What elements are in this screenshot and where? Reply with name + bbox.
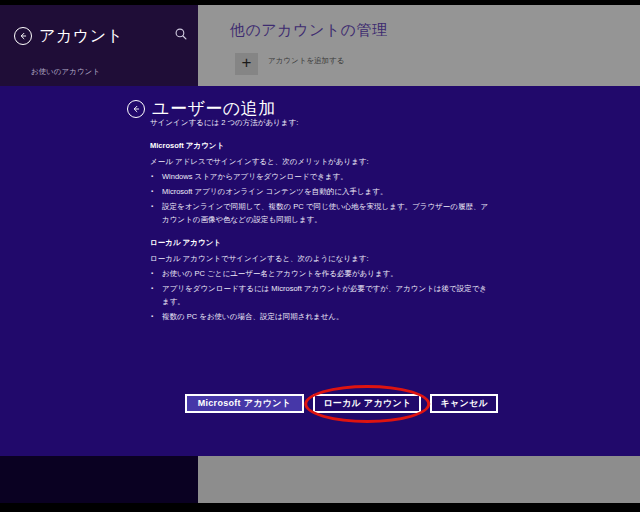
add-account-label: アカウントを追加する xyxy=(268,56,344,66)
back-icon[interactable] xyxy=(14,27,32,45)
list-item: Windows ストアからアプリをダウンロードできます。 xyxy=(150,170,490,183)
manage-accounts-content: 他のアカウントの管理 + アカウントを追加する xyxy=(198,5,640,86)
search-icon[interactable] xyxy=(174,27,188,41)
list-item: お使いの PC ごとにユーザー名とアカウントを作る必要があります。 xyxy=(150,267,490,280)
list-item: 設定をオンラインで同期して、複数の PC で同じ使い心地を実現します。ブラウザー… xyxy=(150,200,490,226)
local-account-button-wrap: ローカル アカウント xyxy=(313,394,421,413)
microsoft-account-button[interactable]: Microsoft アカウント xyxy=(185,394,305,413)
screen: アカウント お使いのアカウント 他のアカウントの管理 + アカウントを追加する xyxy=(0,0,640,512)
accounts-header: アカウント xyxy=(14,26,190,46)
section-desc: メール アドレスでサインインすると、次のメリットがあります: xyxy=(150,155,580,168)
plus-icon: + xyxy=(235,53,258,75)
local-account-button[interactable]: ローカル アカウント xyxy=(313,394,421,413)
content-title: 他のアカウントの管理 xyxy=(230,21,387,40)
section-heading-local-account: ローカル アカウント xyxy=(150,236,580,249)
section-heading-microsoft-account: Microsoft アカウント xyxy=(150,139,580,152)
dialog-body: サインインするには 2 つの方法があります: Microsoft アカウント メ… xyxy=(150,116,580,323)
dialog-button-row: Microsoft アカウント ローカル アカウント キャンセル xyxy=(185,394,498,413)
sidebar-item-your-account[interactable]: お使いのアカウント xyxy=(31,67,100,77)
add-user-dialog: ユーザーの追加 サインインするには 2 つの方法があります: Microsoft… xyxy=(0,86,640,456)
letterbox-bottom xyxy=(0,503,640,512)
local-account-bullet-list: お使いの PC ごとにユーザー名とアカウントを作る必要があります。 アプリをダウ… xyxy=(150,267,580,323)
microsoft-account-bullet-list: Windows ストアからアプリをダウンロードできます。 Microsoft ア… xyxy=(150,170,580,226)
add-account-button[interactable]: + アカウントを追加する xyxy=(235,53,344,75)
section-desc: ローカル アカウントでサインインすると、次のようになります: xyxy=(150,252,580,265)
list-item: アプリをダウンロードするには Microsoft アカウントが必要ですが、アカウ… xyxy=(150,282,490,308)
list-item: 複数の PC をお使いの場合、設定は同期されません。 xyxy=(150,310,490,323)
settings-left-panel-header-area: アカウント お使いのアカウント xyxy=(0,5,198,86)
dialog-intro-text: サインインするには 2 つの方法があります: xyxy=(150,116,580,129)
page-title: アカウント xyxy=(39,26,123,47)
cancel-button[interactable]: キャンセル xyxy=(430,394,498,413)
dimmed-content-lower xyxy=(198,456,640,503)
dialog-back-icon[interactable] xyxy=(127,100,145,118)
list-item: Microsoft アプリのオンライン コンテンツを自動的に入手します。 xyxy=(150,185,490,198)
